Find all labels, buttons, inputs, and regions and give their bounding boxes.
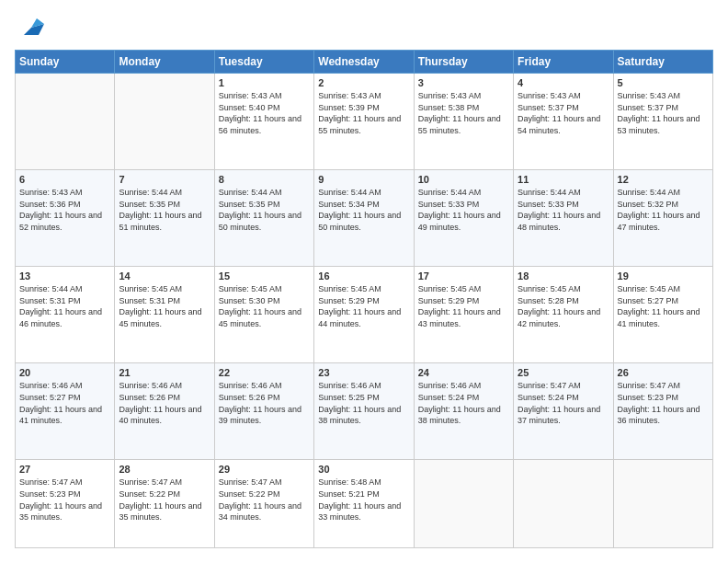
day-info: Sunrise: 5:46 AM Sunset: 5:26 PM Dayligh…: [219, 380, 310, 426]
day-info: Sunrise: 5:44 AM Sunset: 5:33 PM Dayligh…: [518, 187, 609, 233]
day-info: Sunrise: 5:44 AM Sunset: 5:34 PM Dayligh…: [318, 187, 409, 233]
col-header-friday: Friday: [514, 51, 613, 74]
day-info: Sunrise: 5:45 AM Sunset: 5:27 PM Dayligh…: [618, 283, 709, 329]
col-header-wednesday: Wednesday: [314, 51, 414, 74]
calendar-cell: 7Sunrise: 5:44 AM Sunset: 5:35 PM Daylig…: [115, 170, 214, 267]
day-number: 1: [219, 77, 310, 88]
week-row-2: 6Sunrise: 5:43 AM Sunset: 5:36 PM Daylig…: [16, 170, 713, 267]
day-number: 10: [418, 174, 509, 185]
calendar-cell: 6Sunrise: 5:43 AM Sunset: 5:36 PM Daylig…: [16, 170, 115, 267]
day-info: Sunrise: 5:47 AM Sunset: 5:22 PM Dayligh…: [219, 477, 310, 523]
day-info: Sunrise: 5:46 AM Sunset: 5:27 PM Dayligh…: [19, 380, 110, 426]
day-info: Sunrise: 5:47 AM Sunset: 5:22 PM Dayligh…: [119, 477, 210, 523]
day-info: Sunrise: 5:46 AM Sunset: 5:26 PM Dayligh…: [119, 380, 210, 426]
day-info: Sunrise: 5:45 AM Sunset: 5:29 PM Dayligh…: [318, 283, 409, 329]
week-row-1: 1Sunrise: 5:43 AM Sunset: 5:40 PM Daylig…: [16, 74, 713, 170]
calendar-cell: 3Sunrise: 5:43 AM Sunset: 5:38 PM Daylig…: [414, 74, 513, 170]
day-number: 22: [219, 367, 310, 378]
day-number: 19: [618, 270, 709, 282]
calendar-cell: 22Sunrise: 5:46 AM Sunset: 5:26 PM Dayli…: [214, 363, 313, 460]
day-info: Sunrise: 5:43 AM Sunset: 5:40 PM Dayligh…: [219, 90, 310, 136]
calendar-cell: 26Sunrise: 5:47 AM Sunset: 5:23 PM Dayli…: [613, 363, 712, 460]
day-info: Sunrise: 5:46 AM Sunset: 5:25 PM Dayligh…: [318, 380, 409, 426]
day-number: 14: [119, 270, 210, 282]
day-info: Sunrise: 5:47 AM Sunset: 5:24 PM Dayligh…: [518, 380, 609, 426]
calendar-table: SundayMondayTuesdayWednesdayThursdayFrid…: [15, 50, 713, 548]
day-info: Sunrise: 5:45 AM Sunset: 5:31 PM Dayligh…: [119, 283, 210, 329]
calendar-cell: 28Sunrise: 5:47 AM Sunset: 5:22 PM Dayli…: [115, 460, 214, 548]
day-number: 20: [19, 367, 110, 378]
day-info: Sunrise: 5:46 AM Sunset: 5:24 PM Dayligh…: [418, 380, 509, 426]
day-number: 24: [418, 367, 509, 378]
day-info: Sunrise: 5:44 AM Sunset: 5:32 PM Dayligh…: [618, 187, 709, 233]
day-info: Sunrise: 5:44 AM Sunset: 5:33 PM Dayligh…: [418, 187, 509, 233]
calendar-cell: 29Sunrise: 5:47 AM Sunset: 5:22 PM Dayli…: [214, 460, 313, 548]
day-number: 4: [518, 77, 609, 88]
col-header-saturday: Saturday: [613, 51, 712, 74]
day-number: 26: [618, 367, 709, 378]
day-number: 7: [119, 174, 210, 185]
day-number: 28: [119, 464, 210, 475]
calendar-cell: 15Sunrise: 5:45 AM Sunset: 5:30 PM Dayli…: [214, 267, 313, 363]
day-number: 16: [318, 270, 409, 282]
calendar-cell: 20Sunrise: 5:46 AM Sunset: 5:27 PM Dayli…: [16, 363, 115, 460]
calendar-cell: [414, 460, 513, 548]
day-number: 12: [618, 174, 709, 185]
calendar-cell: 25Sunrise: 5:47 AM Sunset: 5:24 PM Dayli…: [514, 363, 613, 460]
day-number: 13: [19, 270, 110, 282]
calendar-cell: 23Sunrise: 5:46 AM Sunset: 5:25 PM Dayli…: [314, 363, 414, 460]
day-number: 30: [318, 464, 409, 475]
calendar-cell: 14Sunrise: 5:45 AM Sunset: 5:31 PM Dayli…: [115, 267, 214, 363]
page: SundayMondayTuesdayWednesdayThursdayFrid…: [0, 0, 728, 563]
day-number: 27: [19, 464, 110, 475]
day-number: 3: [418, 77, 509, 88]
calendar-cell: 24Sunrise: 5:46 AM Sunset: 5:24 PM Dayli…: [414, 363, 513, 460]
calendar-cell: 2Sunrise: 5:43 AM Sunset: 5:39 PM Daylig…: [314, 74, 414, 170]
week-row-4: 20Sunrise: 5:46 AM Sunset: 5:27 PM Dayli…: [16, 363, 713, 460]
calendar-cell: [514, 460, 613, 548]
week-row-3: 13Sunrise: 5:44 AM Sunset: 5:31 PM Dayli…: [16, 267, 713, 363]
day-info: Sunrise: 5:45 AM Sunset: 5:28 PM Dayligh…: [518, 283, 609, 329]
calendar-cell: 27Sunrise: 5:47 AM Sunset: 5:23 PM Dayli…: [16, 460, 115, 548]
col-header-thursday: Thursday: [414, 51, 513, 74]
day-info: Sunrise: 5:43 AM Sunset: 5:37 PM Dayligh…: [618, 90, 709, 136]
day-info: Sunrise: 5:44 AM Sunset: 5:31 PM Dayligh…: [19, 283, 110, 329]
logo-icon: [18, 15, 44, 40]
day-info: Sunrise: 5:47 AM Sunset: 5:23 PM Dayligh…: [19, 477, 110, 523]
day-number: 18: [518, 270, 609, 282]
day-number: 11: [518, 174, 609, 185]
day-number: 17: [418, 270, 509, 282]
calendar-cell: [16, 74, 115, 170]
col-header-monday: Monday: [115, 51, 214, 74]
col-header-sunday: Sunday: [16, 51, 115, 74]
day-info: Sunrise: 5:43 AM Sunset: 5:38 PM Dayligh…: [418, 90, 509, 136]
calendar-cell: [115, 74, 214, 170]
day-info: Sunrise: 5:45 AM Sunset: 5:29 PM Dayligh…: [418, 283, 509, 329]
day-number: 5: [618, 77, 709, 88]
day-number: 23: [318, 367, 409, 378]
calendar-cell: 30Sunrise: 5:48 AM Sunset: 5:21 PM Dayli…: [314, 460, 414, 548]
calendar-cell: 4Sunrise: 5:43 AM Sunset: 5:37 PM Daylig…: [514, 74, 613, 170]
calendar-cell: 16Sunrise: 5:45 AM Sunset: 5:29 PM Dayli…: [314, 267, 414, 363]
col-header-tuesday: Tuesday: [214, 51, 313, 74]
day-info: Sunrise: 5:43 AM Sunset: 5:37 PM Dayligh…: [518, 90, 609, 136]
day-info: Sunrise: 5:44 AM Sunset: 5:35 PM Dayligh…: [219, 187, 310, 233]
calendar-cell: 12Sunrise: 5:44 AM Sunset: 5:32 PM Dayli…: [613, 170, 712, 267]
calendar-cell: 10Sunrise: 5:44 AM Sunset: 5:33 PM Dayli…: [414, 170, 513, 267]
calendar-cell: [613, 460, 712, 548]
day-info: Sunrise: 5:47 AM Sunset: 5:23 PM Dayligh…: [618, 380, 709, 426]
calendar-cell: 5Sunrise: 5:43 AM Sunset: 5:37 PM Daylig…: [613, 74, 712, 170]
calendar-cell: 9Sunrise: 5:44 AM Sunset: 5:34 PM Daylig…: [314, 170, 414, 267]
calendar-cell: 13Sunrise: 5:44 AM Sunset: 5:31 PM Dayli…: [16, 267, 115, 363]
calendar-header-row: SundayMondayTuesdayWednesdayThursdayFrid…: [16, 51, 713, 74]
calendar-cell: 11Sunrise: 5:44 AM Sunset: 5:33 PM Dayli…: [514, 170, 613, 267]
day-number: 15: [219, 270, 310, 282]
day-number: 25: [518, 367, 609, 378]
day-info: Sunrise: 5:43 AM Sunset: 5:36 PM Dayligh…: [19, 187, 110, 233]
day-number: 2: [318, 77, 409, 88]
header: [15, 15, 713, 40]
day-info: Sunrise: 5:48 AM Sunset: 5:21 PM Dayligh…: [318, 477, 409, 523]
day-info: Sunrise: 5:45 AM Sunset: 5:30 PM Dayligh…: [219, 283, 310, 329]
day-number: 29: [219, 464, 310, 475]
day-number: 6: [19, 174, 110, 185]
